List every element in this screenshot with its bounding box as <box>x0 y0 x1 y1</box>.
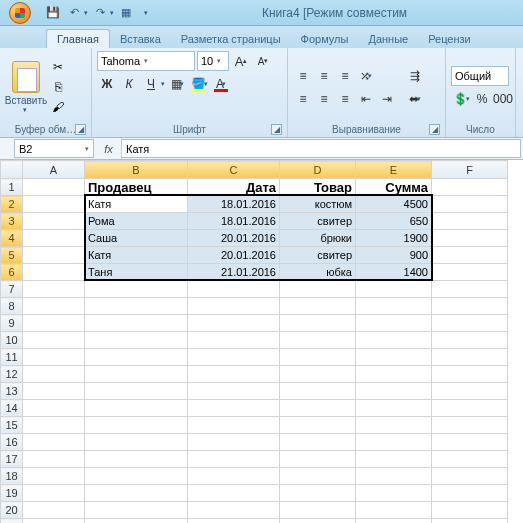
column-header-B[interactable]: B <box>85 161 188 179</box>
underline-button[interactable]: Ч <box>141 74 161 94</box>
align-right-icon[interactable]: ≡ <box>335 89 355 109</box>
cell-F11[interactable] <box>432 349 508 366</box>
cell-A4[interactable] <box>23 230 85 247</box>
format-painter-icon[interactable]: 🖌 <box>49 98 67 116</box>
orientation-icon[interactable]: ⤮▾ <box>356 66 376 86</box>
cell-C6[interactable]: 21.01.2016 <box>188 264 280 281</box>
cell-E6[interactable]: 1400 <box>356 264 432 281</box>
decrease-indent-icon[interactable]: ⇤ <box>356 89 376 109</box>
cell-D12[interactable] <box>280 366 356 383</box>
cell-E16[interactable] <box>356 434 432 451</box>
cell-C18[interactable] <box>188 468 280 485</box>
cell-D6[interactable]: юбка <box>280 264 356 281</box>
cell-A16[interactable] <box>23 434 85 451</box>
cell-C8[interactable] <box>188 298 280 315</box>
cell-E20[interactable] <box>356 502 432 519</box>
cell-D13[interactable] <box>280 383 356 400</box>
currency-icon[interactable]: 💲▾ <box>451 89 471 109</box>
row-header-5[interactable]: 5 <box>1 247 23 264</box>
cell-B13[interactable] <box>85 383 188 400</box>
cell-B9[interactable] <box>85 315 188 332</box>
cell-A17[interactable] <box>23 451 85 468</box>
cell-A20[interactable] <box>23 502 85 519</box>
row-header-8[interactable]: 8 <box>1 298 23 315</box>
cell-F10[interactable] <box>432 332 508 349</box>
cell-E12[interactable] <box>356 366 432 383</box>
cell-E5[interactable]: 900 <box>356 247 432 264</box>
fill-color-button[interactable]: 🪣▾ <box>189 74 209 94</box>
cell-A14[interactable] <box>23 400 85 417</box>
grow-font-icon[interactable]: A▴ <box>231 51 251 71</box>
cell-B20[interactable] <box>85 502 188 519</box>
column-header-A[interactable]: A <box>23 161 85 179</box>
cell-D3[interactable]: свитер <box>280 213 356 230</box>
number-format-combo[interactable]: Общий <box>451 66 509 86</box>
cell-D20[interactable] <box>280 502 356 519</box>
row-header-20[interactable]: 20 <box>1 502 23 519</box>
cell-A8[interactable] <box>23 298 85 315</box>
cell-E15[interactable] <box>356 417 432 434</box>
copy-icon[interactable]: ⎘ <box>49 78 67 96</box>
redo-icon[interactable]: ↷ <box>91 4 109 22</box>
cell-C3[interactable]: 18.01.2016 <box>188 213 280 230</box>
cell-C16[interactable] <box>188 434 280 451</box>
cell-F3[interactable] <box>432 213 508 230</box>
column-header-C[interactable]: C <box>188 161 280 179</box>
row-header-17[interactable]: 17 <box>1 451 23 468</box>
cell-B19[interactable] <box>85 485 188 502</box>
cell-F17[interactable] <box>432 451 508 468</box>
cell-A3[interactable] <box>23 213 85 230</box>
font-dialog-icon[interactable]: ◢ <box>271 124 282 135</box>
font-name-combo[interactable]: Tahoma▾ <box>97 51 195 71</box>
row-header-9[interactable]: 9 <box>1 315 23 332</box>
merge-center-button[interactable]: ⬌▾ <box>401 89 429 109</box>
cell-F14[interactable] <box>432 400 508 417</box>
cell-B8[interactable] <box>85 298 188 315</box>
cell-B16[interactable] <box>85 434 188 451</box>
cell-F8[interactable] <box>432 298 508 315</box>
cell-F9[interactable] <box>432 315 508 332</box>
cell-D5[interactable]: свитер <box>280 247 356 264</box>
row-header-18[interactable]: 18 <box>1 468 23 485</box>
tab-review[interactable]: Рецензи <box>418 30 481 48</box>
cell-F1[interactable] <box>432 179 508 196</box>
cell-C5[interactable]: 20.01.2016 <box>188 247 280 264</box>
cell-D1[interactable]: Товар <box>280 179 356 196</box>
alignment-dialog-icon[interactable]: ◢ <box>429 124 440 135</box>
row-header-19[interactable]: 19 <box>1 485 23 502</box>
paste-button[interactable]: Вставить ▾ <box>5 61 47 114</box>
cell-E11[interactable] <box>356 349 432 366</box>
cell-C10[interactable] <box>188 332 280 349</box>
cell-A6[interactable] <box>23 264 85 281</box>
cell-F15[interactable] <box>432 417 508 434</box>
print-preview-icon[interactable]: ▦ <box>117 4 135 22</box>
column-header-E[interactable]: E <box>356 161 432 179</box>
worksheet-grid[interactable]: ABCDEF1ПродавецДатаТоварСумма2Катя18.01.… <box>0 160 523 523</box>
row-header-15[interactable]: 15 <box>1 417 23 434</box>
cell-A13[interactable] <box>23 383 85 400</box>
clipboard-dialog-icon[interactable]: ◢ <box>75 124 86 135</box>
cell-D18[interactable] <box>280 468 356 485</box>
cell-C9[interactable] <box>188 315 280 332</box>
cell-D11[interactable] <box>280 349 356 366</box>
office-button[interactable] <box>0 0 40 26</box>
cell-C11[interactable] <box>188 349 280 366</box>
cell-D19[interactable] <box>280 485 356 502</box>
align-center-icon[interactable]: ≡ <box>314 89 334 109</box>
row-header-1[interactable]: 1 <box>1 179 23 196</box>
cell-B2[interactable]: Катя <box>85 196 188 213</box>
wrap-text-button[interactable]: ⇶ <box>401 66 429 86</box>
cell-B21[interactable] <box>85 519 188 524</box>
cell-D4[interactable]: брюки <box>280 230 356 247</box>
cell-E2[interactable]: 4500 <box>356 196 432 213</box>
row-header-16[interactable]: 16 <box>1 434 23 451</box>
cell-B6[interactable]: Таня <box>85 264 188 281</box>
cell-B15[interactable] <box>85 417 188 434</box>
cell-D14[interactable] <box>280 400 356 417</box>
cell-A15[interactable] <box>23 417 85 434</box>
cell-A21[interactable] <box>23 519 85 524</box>
cell-F7[interactable] <box>432 281 508 298</box>
cell-B14[interactable] <box>85 400 188 417</box>
cell-B3[interactable]: Рома <box>85 213 188 230</box>
cell-E13[interactable] <box>356 383 432 400</box>
